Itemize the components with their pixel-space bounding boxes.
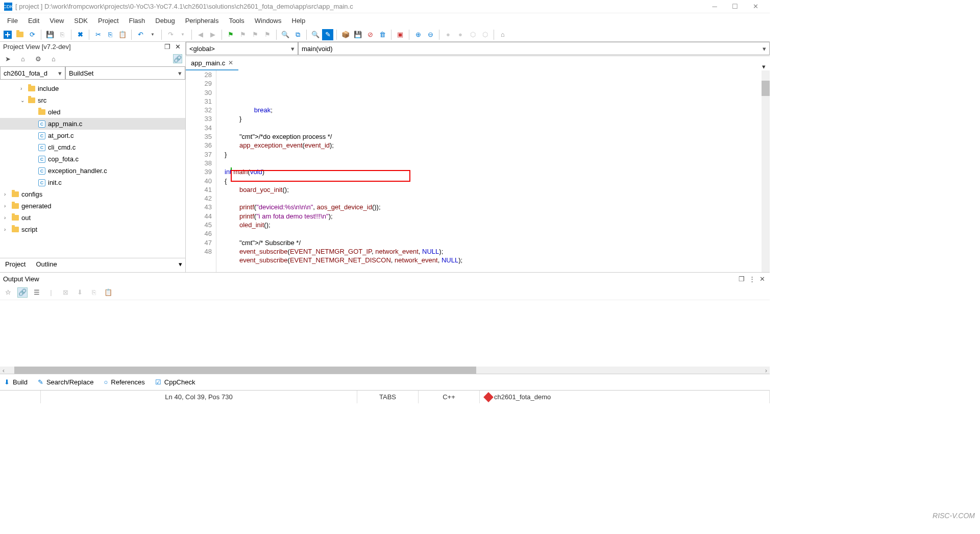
highlight-icon[interactable]: ✎ (322, 29, 333, 40)
copy-icon[interactable]: ⎘ (105, 29, 116, 40)
tree-item-out[interactable]: ›out (0, 212, 185, 224)
tab-close-icon[interactable]: ✕ (228, 59, 233, 66)
sidebar: Project View [v7.2-dev] ❐ ✕ ➤ ⌂ ⚙ ⌂ 🔗 ch… (0, 42, 186, 272)
dot1-icon[interactable]: ● (443, 29, 454, 40)
menu-flash[interactable]: Flash (124, 15, 151, 27)
dot3-icon[interactable]: ⬡ (467, 29, 478, 40)
menu-file[interactable]: File (2, 15, 23, 27)
close-x-icon[interactable]: ✖ (75, 29, 86, 40)
menu-tools[interactable]: Tools (224, 15, 249, 27)
output-restore-icon[interactable]: ❐ (737, 274, 746, 283)
refresh-icon[interactable]: ⟳ (27, 29, 38, 40)
open-icon[interactable] (14, 29, 26, 40)
out-list-icon[interactable]: ☰ (32, 287, 42, 298)
zoom-out-icon[interactable]: ⊖ (425, 29, 436, 40)
code-area[interactable]: 2829303132333435363738394041424344454647… (186, 70, 770, 272)
buildset-select[interactable]: BuildSet (65, 66, 185, 80)
home-icon[interactable]: ⌂ (497, 29, 508, 40)
undo-icon[interactable]: ↶ (135, 29, 146, 40)
close-panel-icon[interactable]: ✕ (173, 42, 182, 51)
scope-global-select[interactable]: <global> (186, 42, 298, 55)
search-icon[interactable]: 🔍 (310, 29, 321, 40)
tree-item-include[interactable]: ›include (0, 83, 185, 94)
flag2-icon[interactable]: ⚑ (237, 29, 249, 40)
tree-item-configs[interactable]: ›configs (0, 188, 185, 200)
menu-peripherals[interactable]: Peripherals (180, 15, 224, 27)
dot2-icon[interactable]: ● (455, 29, 466, 40)
find-icon[interactable]: 🔍 (280, 29, 291, 40)
tabs-overflow-icon[interactable]: ▾ (758, 63, 770, 70)
save-all-icon[interactable]: ⎘ (57, 29, 68, 40)
output-hscroll[interactable]: ‹ › (0, 367, 770, 374)
out-x-icon[interactable]: ⊠ (60, 287, 70, 298)
close-button[interactable]: ✕ (745, 0, 766, 13)
tree-item-cop_fota-c[interactable]: Ccop_fota.c (0, 153, 185, 165)
link-icon[interactable]: 🔗 (173, 54, 182, 63)
output-menu-icon[interactable]: ⋮ (747, 274, 756, 283)
undo-dd-icon[interactable]: ▼ (147, 29, 158, 40)
tree-item-at_port-c[interactable]: Cat_port.c (0, 130, 185, 141)
find2-icon[interactable]: ⧉ (292, 29, 303, 40)
tree-item-src[interactable]: ⌄src (0, 94, 185, 106)
menu-view[interactable]: View (44, 15, 69, 27)
svg-rect-2 (7, 32, 8, 37)
out-paste-icon[interactable]: 📋 (103, 287, 113, 298)
redo-dd-icon[interactable]: ▼ (177, 29, 188, 40)
menu-help[interactable]: Help (287, 15, 311, 27)
menu-debug[interactable]: Debug (150, 15, 180, 27)
menu-sdk[interactable]: SDK (69, 15, 93, 27)
out-link-icon[interactable]: 🔗 (17, 287, 28, 298)
nav-back-icon[interactable]: ◀ (195, 29, 206, 40)
tree-item-exception_handler-c[interactable]: Cexception_handler.c (0, 165, 185, 177)
zoom-in-icon[interactable]: ⊕ (412, 29, 424, 40)
references-button[interactable]: ○References (104, 378, 144, 386)
tab-outline[interactable]: Outline (31, 258, 185, 272)
vscrollbar[interactable] (762, 70, 770, 272)
project-select[interactable]: ch2601_fota_d (0, 66, 65, 80)
flag3-icon[interactable]: ⚑ (250, 29, 261, 40)
box-icon[interactable]: 📦 (340, 29, 351, 40)
out-down-icon[interactable]: ⬇ (75, 287, 85, 298)
tree-item-script[interactable]: ›script (0, 224, 185, 235)
tree-item-init-c[interactable]: Cinit.c (0, 177, 185, 188)
maximize-button[interactable]: ☐ (725, 0, 745, 13)
flag-icon[interactable]: ⚑ (225, 29, 236, 40)
scope-func-select[interactable]: main(void) (298, 42, 770, 55)
nav-fwd-icon[interactable]: ▶ (207, 29, 218, 40)
chip-icon[interactable]: ▣ (395, 29, 406, 40)
trash-icon[interactable]: 🗑 (377, 29, 388, 40)
minimize-button[interactable]: ─ (704, 0, 725, 13)
out-copy-icon[interactable]: ⎘ (89, 287, 99, 298)
home2-icon[interactable]: ⌂ (18, 54, 28, 63)
menu-project[interactable]: Project (93, 15, 124, 27)
build-button[interactable]: ⬇Build (4, 378, 28, 386)
code-text[interactable]: break; } "cmt">/*do exception process */… (225, 70, 762, 272)
cppcheck-button[interactable]: ☑CppCheck (155, 378, 195, 386)
save-icon[interactable]: 💾 (44, 29, 56, 40)
cut-icon[interactable]: ✂ (92, 29, 104, 40)
paste-icon[interactable]: 📋 (117, 29, 128, 40)
output-close-icon[interactable]: ✕ (757, 274, 767, 283)
redo-icon[interactable]: ↷ (165, 29, 176, 40)
house-icon[interactable]: ⌂ (49, 54, 58, 63)
disk-icon[interactable]: 💾 (352, 29, 363, 40)
flag4-icon[interactable]: ⚑ (262, 29, 273, 40)
tab-project[interactable]: Project (0, 258, 31, 272)
dot4-icon[interactable]: ⬡ (479, 29, 491, 40)
menu-windows[interactable]: Windows (250, 15, 287, 27)
menu-edit[interactable]: Edit (23, 15, 44, 27)
tree-icon[interactable]: ⚙ (34, 54, 43, 63)
tree-item-cli_cmd-c[interactable]: Ccli_cmd.c (0, 141, 185, 153)
tree-item-generated[interactable]: ›generated (0, 200, 185, 212)
stop-icon[interactable]: ⊘ (364, 29, 376, 40)
cursor-icon[interactable]: ➤ (3, 54, 12, 63)
out-star-icon[interactable]: ☆ (3, 287, 13, 298)
tree-item-oled[interactable]: oled (0, 106, 185, 118)
search-replace-button[interactable]: ✎Search/Replace (38, 378, 94, 386)
restore-panel-icon[interactable]: ❐ (163, 42, 172, 51)
new-file-icon[interactable] (2, 29, 13, 40)
tree-item-app_main-c[interactable]: Capp_main.c (0, 118, 185, 130)
project-tree[interactable]: ›include⌄srcoledCapp_main.cCat_port.cCcl… (0, 81, 185, 258)
output-title: Output View (3, 275, 39, 283)
tab-app-main[interactable]: app_main.c ✕ (186, 56, 238, 70)
